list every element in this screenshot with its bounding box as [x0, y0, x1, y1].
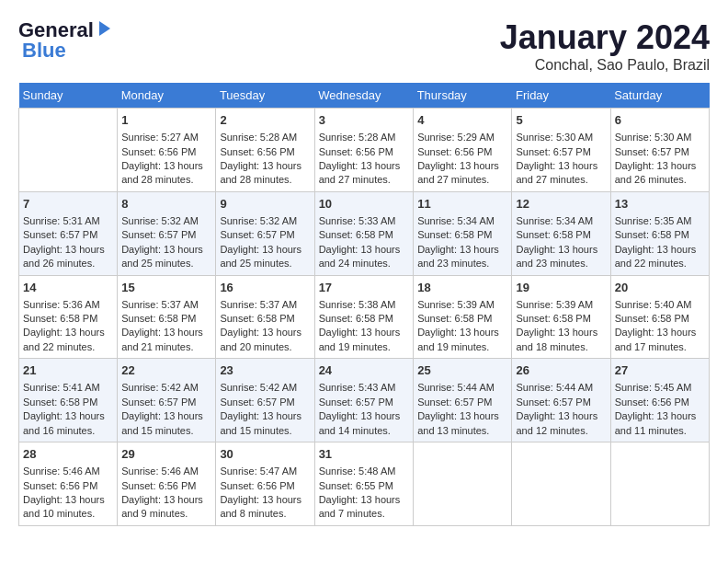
calendar-cell: 18Sunrise: 5:39 AMSunset: 6:58 PMDayligh…	[414, 275, 512, 359]
day-number: 20	[615, 280, 705, 296]
cell-info: Sunset: 6:57 PM	[615, 145, 705, 159]
cell-info: Sunrise: 5:32 AM	[121, 214, 211, 228]
cell-info: Sunrise: 5:38 AM	[319, 298, 410, 312]
calendar-cell	[414, 442, 512, 526]
day-number: 19	[516, 280, 606, 296]
cell-info: Daylight: 13 hours and 28 minutes.	[220, 159, 310, 188]
cell-info: Sunrise: 5:37 AM	[220, 298, 310, 312]
calendar-cell: 23Sunrise: 5:42 AMSunset: 6:57 PMDayligh…	[216, 359, 314, 442]
cell-info: Sunrise: 5:40 AM	[615, 298, 705, 312]
calendar-cell: 21Sunrise: 5:41 AMSunset: 6:58 PMDayligh…	[19, 359, 118, 442]
cell-info: Sunset: 6:56 PM	[220, 479, 310, 493]
calendar-cell: 5Sunrise: 5:30 AMSunset: 6:57 PMDaylight…	[512, 109, 610, 192]
day-number: 16	[220, 280, 310, 296]
calendar-cell: 25Sunrise: 5:44 AMSunset: 6:57 PMDayligh…	[414, 359, 512, 442]
header-friday: Friday	[512, 83, 610, 109]
calendar-cell: 10Sunrise: 5:33 AMSunset: 6:58 PMDayligh…	[314, 191, 414, 275]
cell-info: Daylight: 13 hours and 14 minutes.	[319, 409, 410, 438]
cell-info: Daylight: 13 hours and 22 minutes.	[615, 243, 705, 271]
header-tuesday: Tuesday	[216, 83, 314, 109]
cell-info: Daylight: 13 hours and 15 minutes.	[121, 409, 211, 438]
cell-info: Sunrise: 5:30 AM	[516, 131, 606, 144]
cell-info: Sunrise: 5:28 AM	[319, 131, 410, 144]
logo-blue: Blue	[22, 39, 66, 63]
cell-info: Sunrise: 5:41 AM	[23, 381, 113, 395]
cell-info: Daylight: 13 hours and 17 minutes.	[615, 326, 705, 354]
cell-info: Sunset: 6:58 PM	[417, 228, 507, 242]
cell-info: Daylight: 13 hours and 9 minutes.	[121, 493, 211, 522]
cell-info: Sunset: 6:58 PM	[23, 396, 113, 409]
cell-info: Sunset: 6:56 PM	[417, 145, 507, 159]
cell-info: Sunset: 6:58 PM	[516, 312, 606, 326]
day-number: 14	[23, 280, 113, 296]
calendar-cell: 12Sunrise: 5:34 AMSunset: 6:58 PMDayligh…	[512, 191, 610, 275]
calendar-cell: 16Sunrise: 5:37 AMSunset: 6:58 PMDayligh…	[216, 275, 314, 359]
day-number: 29	[121, 446, 211, 463]
calendar-cell: 4Sunrise: 5:29 AMSunset: 6:56 PMDaylight…	[414, 109, 512, 192]
cell-info: Daylight: 13 hours and 8 minutes.	[220, 493, 310, 522]
cell-info: Sunset: 6:56 PM	[121, 145, 211, 159]
day-number: 25	[417, 362, 507, 379]
calendar-cell: 3Sunrise: 5:28 AMSunset: 6:56 PMDaylight…	[314, 109, 414, 192]
cell-info: Sunrise: 5:44 AM	[417, 381, 507, 395]
day-number: 3	[319, 112, 410, 129]
day-number: 7	[23, 196, 113, 213]
day-number: 17	[319, 280, 410, 296]
calendar-cell: 24Sunrise: 5:43 AMSunset: 6:57 PMDayligh…	[314, 359, 414, 442]
cell-info: Daylight: 13 hours and 25 minutes.	[220, 243, 310, 271]
cell-info: Sunrise: 5:33 AM	[319, 214, 410, 228]
cell-info: Daylight: 13 hours and 27 minutes.	[417, 159, 507, 188]
cell-info: Sunrise: 5:46 AM	[23, 465, 113, 478]
cell-info: Daylight: 13 hours and 27 minutes.	[516, 159, 606, 188]
cell-info: Sunrise: 5:28 AM	[220, 131, 310, 144]
month-title: January 2024	[500, 18, 710, 57]
calendar-cell: 7Sunrise: 5:31 AMSunset: 6:57 PMDaylight…	[19, 191, 118, 275]
calendar-cell: 14Sunrise: 5:36 AMSunset: 6:58 PMDayligh…	[19, 275, 118, 359]
cell-info: Sunrise: 5:34 AM	[516, 214, 606, 228]
cell-info: Daylight: 13 hours and 15 minutes.	[220, 409, 310, 438]
day-number: 24	[319, 362, 410, 379]
calendar-cell: 8Sunrise: 5:32 AMSunset: 6:57 PMDaylight…	[118, 191, 216, 275]
cell-info: Daylight: 13 hours and 10 minutes.	[23, 493, 113, 522]
page-header: General Blue January 2024 Conchal, Sao P…	[18, 18, 710, 74]
day-number: 18	[417, 280, 507, 296]
cell-info: Sunset: 6:57 PM	[121, 228, 211, 242]
cell-info: Sunset: 6:57 PM	[121, 396, 211, 409]
calendar-cell	[512, 442, 610, 526]
calendar-cell	[610, 442, 709, 526]
calendar-cell: 30Sunrise: 5:47 AMSunset: 6:56 PMDayligh…	[216, 442, 314, 526]
day-number: 28	[23, 446, 113, 463]
day-number: 31	[319, 446, 410, 463]
cell-info: Sunset: 6:57 PM	[516, 396, 606, 409]
cell-info: Sunset: 6:56 PM	[121, 479, 211, 493]
cell-info: Sunset: 6:56 PM	[319, 145, 410, 159]
cell-info: Sunrise: 5:42 AM	[220, 381, 310, 395]
calendar-cell: 1Sunrise: 5:27 AMSunset: 6:56 PMDaylight…	[118, 109, 216, 192]
week-row-4: 21Sunrise: 5:41 AMSunset: 6:58 PMDayligh…	[19, 359, 710, 442]
calendar-cell: 6Sunrise: 5:30 AMSunset: 6:57 PMDaylight…	[610, 109, 709, 192]
calendar-header-row: SundayMondayTuesdayWednesdayThursdayFrid…	[19, 83, 710, 109]
cell-info: Sunrise: 5:42 AM	[121, 381, 211, 395]
calendar-cell: 28Sunrise: 5:46 AMSunset: 6:56 PMDayligh…	[19, 442, 118, 526]
day-number: 1	[121, 112, 211, 129]
title-area: January 2024 Conchal, Sao Paulo, Brazil	[500, 18, 710, 74]
calendar-cell	[19, 109, 118, 192]
cell-info: Sunset: 6:58 PM	[615, 228, 705, 242]
cell-info: Sunrise: 5:45 AM	[615, 381, 705, 395]
calendar-cell: 2Sunrise: 5:28 AMSunset: 6:56 PMDaylight…	[216, 109, 314, 192]
cell-info: Sunset: 6:57 PM	[23, 228, 113, 242]
location-title: Conchal, Sao Paulo, Brazil	[500, 57, 710, 74]
header-sunday: Sunday	[19, 83, 118, 109]
cell-info: Sunset: 6:58 PM	[23, 312, 113, 326]
cell-info: Sunset: 6:56 PM	[615, 396, 705, 409]
cell-info: Sunrise: 5:48 AM	[319, 465, 410, 478]
day-number: 22	[121, 362, 211, 379]
day-number: 23	[220, 362, 310, 379]
cell-info: Daylight: 13 hours and 27 minutes.	[319, 159, 410, 188]
cell-info: Daylight: 13 hours and 25 minutes.	[121, 243, 211, 271]
cell-info: Daylight: 13 hours and 24 minutes.	[319, 243, 410, 271]
cell-info: Sunrise: 5:47 AM	[220, 465, 310, 478]
calendar-cell: 19Sunrise: 5:39 AMSunset: 6:58 PMDayligh…	[512, 275, 610, 359]
day-number: 5	[516, 112, 606, 129]
cell-info: Daylight: 13 hours and 26 minutes.	[23, 243, 113, 271]
